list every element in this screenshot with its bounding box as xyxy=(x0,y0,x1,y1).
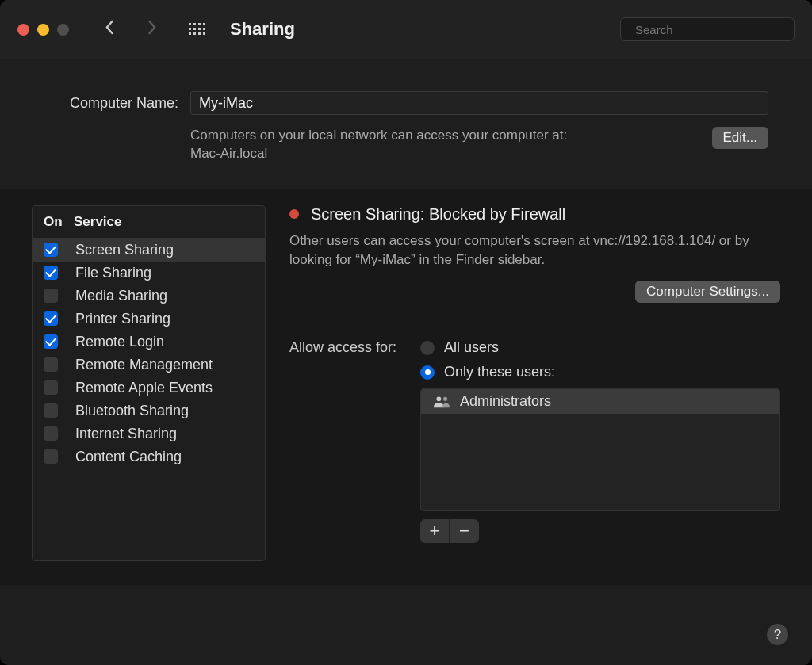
svg-rect-1 xyxy=(193,23,196,25)
remove-user-button[interactable]: − xyxy=(450,519,479,543)
status-row: Screen Sharing: Blocked by Firewall xyxy=(289,205,780,224)
service-row[interactable]: Content Caching xyxy=(33,445,265,468)
search-field[interactable] xyxy=(620,17,795,41)
service-detail: Screen Sharing: Blocked by Firewall Othe… xyxy=(289,205,780,561)
maximize-window-button xyxy=(57,24,69,36)
status-description: Other users can access your computer's s… xyxy=(289,231,780,269)
service-label: Remote Management xyxy=(75,357,213,373)
service-row[interactable]: Bluetooth Sharing xyxy=(33,399,265,422)
system-preferences-window: Sharing Computer Name: Computers on your… xyxy=(0,0,812,665)
status-title: Screen Sharing: Blocked by Firewall xyxy=(311,205,565,224)
add-user-button[interactable]: + xyxy=(420,519,450,543)
computer-name-input[interactable] xyxy=(190,91,768,115)
radio-all-users[interactable]: All users xyxy=(420,339,780,356)
add-remove-buttons: + − xyxy=(420,519,780,543)
nav-buttons xyxy=(105,20,157,39)
service-row[interactable]: Screen Sharing xyxy=(33,239,265,262)
forward-button xyxy=(147,20,157,39)
service-row[interactable]: Remote Apple Events xyxy=(33,376,265,399)
service-row[interactable]: Internet Sharing xyxy=(33,422,265,445)
service-checkbox[interactable] xyxy=(44,334,58,349)
svg-point-14 xyxy=(436,396,441,401)
service-checkbox[interactable] xyxy=(44,403,58,418)
svg-rect-11 xyxy=(203,32,205,35)
svg-rect-10 xyxy=(198,32,201,35)
service-row[interactable]: Printer Sharing xyxy=(33,308,265,331)
users-icon xyxy=(433,396,450,408)
user-item-label: Administrators xyxy=(460,393,551,410)
service-row[interactable]: Media Sharing xyxy=(33,285,265,308)
close-window-button[interactable] xyxy=(17,24,29,36)
service-label: Bluetooth Sharing xyxy=(75,403,189,419)
radio-icon xyxy=(420,341,435,355)
svg-point-15 xyxy=(443,397,447,401)
service-label: Remote Apple Events xyxy=(75,380,213,396)
service-checkbox[interactable] xyxy=(44,380,58,395)
section-separator xyxy=(289,319,780,319)
computer-address-text: Computers on your local network can acce… xyxy=(190,127,567,163)
show-all-button[interactable] xyxy=(189,23,206,36)
service-checkbox[interactable] xyxy=(44,243,58,257)
service-label: File Sharing xyxy=(75,265,151,281)
svg-rect-2 xyxy=(198,23,201,25)
svg-rect-6 xyxy=(198,28,201,30)
svg-rect-0 xyxy=(189,23,191,25)
status-indicator-icon xyxy=(289,209,299,219)
service-checkbox[interactable] xyxy=(44,289,58,303)
service-checkbox[interactable] xyxy=(44,266,58,280)
minimize-window-button[interactable] xyxy=(37,24,49,36)
service-checkbox[interactable] xyxy=(44,426,58,441)
back-button[interactable] xyxy=(105,20,115,39)
service-label: Internet Sharing xyxy=(75,426,177,442)
radio-label: Only these users: xyxy=(444,364,555,380)
user-item-administrators[interactable]: Administrators xyxy=(421,389,779,414)
service-label: Screen Sharing xyxy=(75,242,174,258)
users-list[interactable]: Administrators xyxy=(420,388,780,511)
radio-icon xyxy=(420,365,435,380)
svg-rect-4 xyxy=(189,28,191,30)
radio-label: All users xyxy=(444,339,499,356)
service-row[interactable]: Remote Management xyxy=(33,354,265,376)
titlebar: Sharing xyxy=(0,0,812,59)
service-checkbox[interactable] xyxy=(44,311,58,326)
service-checkbox[interactable] xyxy=(44,449,58,464)
computer-settings-button[interactable]: Computer Settings... xyxy=(635,281,780,303)
services-table-header: On Service xyxy=(33,206,265,239)
computer-name-section: Computer Name: Computers on your local n… xyxy=(0,59,812,189)
access-label: Allow access for: xyxy=(289,339,408,543)
service-row[interactable]: File Sharing xyxy=(33,262,265,285)
edit-button[interactable]: Edit... xyxy=(712,127,768,149)
page-title: Sharing xyxy=(230,19,295,40)
services-table: On Service Screen SharingFile SharingMed… xyxy=(32,205,266,561)
radio-only-these-users[interactable]: Only these users: xyxy=(420,364,780,380)
service-label: Remote Login xyxy=(75,334,164,350)
service-row[interactable]: Remote Login xyxy=(33,331,265,354)
service-label: Media Sharing xyxy=(75,288,167,304)
computer-name-label: Computer Name: xyxy=(44,95,178,112)
column-on: On xyxy=(44,214,74,230)
service-label: Content Caching xyxy=(75,449,182,465)
column-service: Service xyxy=(74,214,122,230)
svg-rect-3 xyxy=(203,23,205,25)
search-input[interactable] xyxy=(635,23,786,36)
svg-rect-5 xyxy=(193,28,196,30)
service-checkbox[interactable] xyxy=(44,357,58,372)
svg-rect-8 xyxy=(189,32,191,35)
svg-rect-9 xyxy=(193,32,196,35)
help-button[interactable]: ? xyxy=(767,624,788,645)
service-label: Printer Sharing xyxy=(75,311,170,327)
svg-rect-7 xyxy=(203,28,205,30)
traffic-lights xyxy=(17,24,69,36)
content-area: On Service Screen SharingFile SharingMed… xyxy=(0,189,812,585)
